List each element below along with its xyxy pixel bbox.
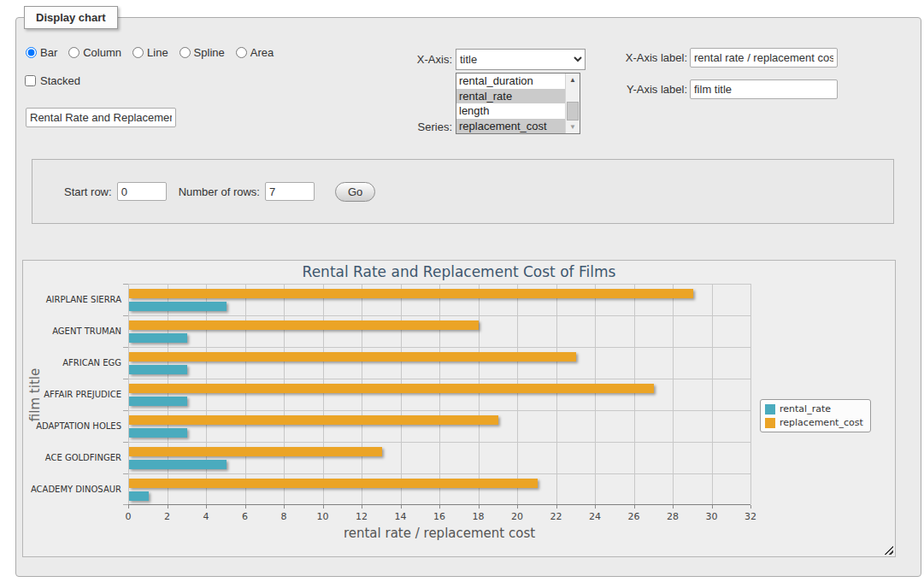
axis-tick	[362, 505, 362, 509]
chart-title-input[interactable]	[26, 108, 176, 127]
display-chart-panel: BarColumnLineSplineArea Stacked X-Axis: …	[15, 17, 921, 577]
x-axis-select[interactable]: title	[456, 49, 586, 70]
row-range-panel: Start row: Number of rows: Go	[32, 159, 894, 224]
bar-rental_rate-african-egg[interactable]	[129, 365, 187, 374]
axis-tick	[517, 505, 518, 509]
legend-label: replacement_cost	[780, 417, 863, 428]
category-label: AGENT TRUMAN	[23, 326, 121, 337]
chart-type-radio-group: BarColumnLineSplineArea	[26, 46, 274, 59]
axis-tick	[323, 505, 324, 509]
axis-tick	[556, 505, 557, 509]
series-option-length[interactable]: length	[456, 103, 565, 119]
gridline	[128, 284, 129, 504]
x-tick-label: 30	[699, 511, 725, 522]
category-label: ACE GOLDFINGER	[23, 453, 121, 463]
y-axis-label-caption: Y-Axis label:	[576, 83, 687, 96]
legend-swatch-icon	[765, 404, 775, 414]
x-tick-label: 28	[660, 511, 686, 522]
category-label: AFRICAN EGG	[23, 358, 121, 368]
page: Display chart BarColumnLineSplineArea St…	[0, 0, 924, 582]
x-tick-label: 22	[544, 511, 569, 522]
x-tick-label: 8	[271, 511, 297, 522]
bar-replacement_cost-affair-prejudice[interactable]	[129, 384, 654, 393]
x-tick-label: 32	[738, 511, 763, 522]
series-option-rental_rate[interactable]: rental_rate	[456, 89, 565, 104]
bar-replacement_cost-ace-goldfinger[interactable]	[129, 447, 382, 456]
axis-tick	[123, 473, 128, 474]
chart-type-option-bar[interactable]: Bar	[26, 46, 57, 59]
axis-tick	[123, 315, 128, 316]
category-label: AFFAIR PREJUDICE	[23, 390, 121, 400]
bar-rental_rate-affair-prejudice[interactable]	[129, 397, 187, 406]
x-axis-label-caption: X-Axis label:	[576, 51, 687, 64]
axis-tick	[245, 505, 246, 509]
gridline	[128, 315, 750, 316]
chart-type-option-column[interactable]: Column	[68, 46, 121, 59]
chart-type-radio-label: Line	[147, 46, 168, 59]
series-option-replacement_cost[interactable]: replacement_cost	[456, 119, 565, 134]
gridline	[128, 284, 750, 285]
scrollbar-thumb[interactable]	[567, 102, 579, 121]
axis-tick	[123, 442, 128, 443]
bar-replacement_cost-agent-truman[interactable]	[129, 320, 479, 330]
gridline	[750, 284, 751, 504]
series-options: rental_durationrental_ratelengthreplacem…	[456, 73, 565, 133]
bar-replacement_cost-african-egg[interactable]	[129, 352, 576, 362]
legend-item-replacement_cost[interactable]: replacement_cost	[765, 417, 863, 428]
x-tick-label: 14	[388, 511, 414, 522]
start-row-input[interactable]	[117, 182, 167, 201]
category-axis-labels: AIRPLANE SIERRAAGENT TRUMANAFRICAN EGGAF…	[23, 284, 121, 505]
chart-type-radio-label: Bar	[40, 46, 57, 59]
bar-rental_rate-academy-dinosaur[interactable]	[129, 491, 149, 501]
bar-rental_rate-agent-truman[interactable]	[129, 333, 187, 343]
chart-type-radio-area[interactable]	[236, 47, 247, 58]
bar-rental_rate-airplane-sierra[interactable]	[129, 302, 227, 311]
axis-tick	[123, 284, 128, 285]
x-tick-label: 18	[466, 511, 491, 522]
gridline	[128, 410, 750, 411]
bar-rental_rate-ace-goldfinger[interactable]	[129, 460, 227, 469]
axis-tick	[284, 505, 285, 509]
chart-type-option-area[interactable]: Area	[236, 46, 274, 59]
chart-type-radio-column[interactable]	[68, 47, 79, 58]
gridline	[595, 284, 596, 504]
y-axis-label-input[interactable]	[690, 79, 838, 99]
x-tick-label: 0	[115, 511, 141, 522]
axis-tick	[712, 505, 713, 509]
start-row-caption: Start row:	[64, 185, 112, 198]
series-option-rental_duration[interactable]: rental_duration	[456, 73, 565, 89]
axis-tick	[750, 505, 751, 509]
axis-tick	[634, 505, 635, 509]
gridline	[517, 284, 518, 504]
axis-tick	[673, 505, 674, 509]
chart-title: Rental Rate and Replacement Cost of Film…	[23, 263, 895, 280]
go-button[interactable]: Go	[335, 182, 375, 202]
bar-replacement_cost-adaptation-holes[interactable]	[129, 415, 498, 425]
axis-tick	[479, 505, 480, 509]
axis-tick	[595, 505, 596, 509]
scroll-down-icon[interactable]: ▼	[566, 121, 580, 133]
stacked-checkbox[interactable]	[25, 75, 36, 86]
chart-type-radio-spline[interactable]	[180, 47, 191, 58]
number-of-rows-input[interactable]	[265, 182, 315, 201]
bar-replacement_cost-airplane-sierra[interactable]	[129, 289, 693, 298]
chart-type-radio-bar[interactable]	[26, 47, 37, 58]
x-axis-title: rental rate / replacement cost	[128, 526, 750, 541]
axis-tick	[206, 505, 207, 509]
resize-handle-icon[interactable]	[884, 545, 893, 555]
axis-tick	[128, 505, 129, 509]
chart-type-option-line[interactable]: Line	[132, 46, 168, 59]
gridline	[128, 442, 750, 443]
x-axis-label-input[interactable]	[690, 48, 838, 68]
bar-rental_rate-adaptation-holes[interactable]	[129, 428, 187, 438]
x-tick-label: 20	[504, 511, 530, 522]
gridline	[479, 284, 480, 504]
gridline	[128, 473, 750, 474]
legend-item-rental_rate[interactable]: rental_rate	[765, 403, 863, 414]
bar-replacement_cost-academy-dinosaur[interactable]	[129, 479, 538, 488]
series-listbox[interactable]: rental_durationrental_ratelengthreplacem…	[456, 73, 580, 134]
chart-type-option-spline[interactable]: Spline	[180, 46, 225, 59]
stacked-option[interactable]: Stacked	[25, 74, 80, 87]
chart-type-radio-line[interactable]	[132, 47, 144, 58]
gridline	[556, 284, 557, 504]
